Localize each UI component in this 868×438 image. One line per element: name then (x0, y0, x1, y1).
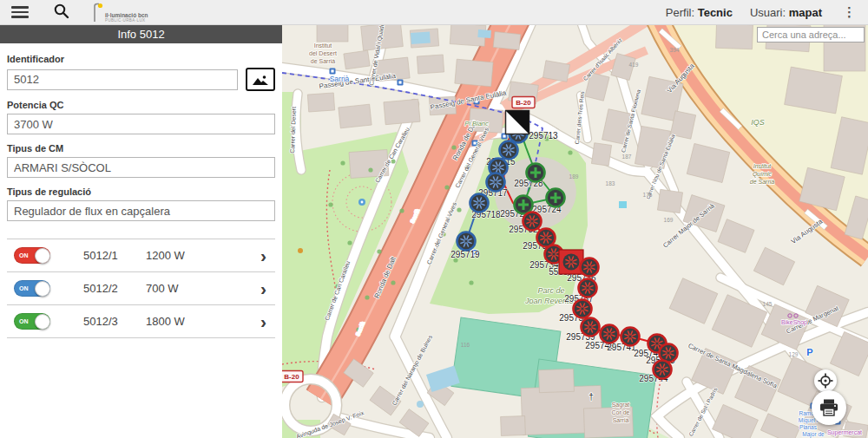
geolocate-button[interactable] (814, 369, 837, 392)
circuit-name: 5012/1 (83, 249, 146, 262)
poi-label: Planas (799, 424, 818, 430)
panel-title: Info 5012 (0, 24, 282, 43)
map-marker-295717[interactable] (487, 173, 505, 192)
poi-label: Supermercat (827, 429, 862, 436)
circuit-power: 700 W (146, 282, 179, 295)
map-marker-295724[interactable] (547, 189, 565, 207)
poi-label: BikeShop (781, 319, 807, 326)
house-number: 187 (622, 154, 632, 160)
poi-label: del Desert (309, 50, 337, 56)
map-marker-295736[interactable] (581, 258, 599, 277)
map-canvas[interactable]: Passeig de Santa EulàliaPasseig de Santa… (282, 24, 868, 438)
poi-label: Major de (802, 431, 825, 438)
map-marker-295719[interactable] (457, 232, 476, 251)
map-marker-295737[interactable] (579, 279, 597, 297)
poi-label: Sagrat (612, 402, 630, 409)
kebab-menu-icon[interactable]: ⋮ (839, 4, 859, 20)
place-label: Pl.Blanc (464, 120, 489, 127)
profile-value: Tecnic (698, 6, 733, 19)
place-label: IQS (751, 118, 765, 127)
circuit-power: 1200 W (146, 249, 185, 262)
field-label-potencia: Potencia QC (7, 100, 275, 110)
circuit-name: 5012/3 (83, 315, 146, 328)
map-marker-295739[interactable] (582, 318, 600, 337)
poi-label: Cor de (611, 409, 629, 415)
image-icon (252, 74, 269, 86)
map-marker-555843[interactable] (559, 250, 583, 274)
print-button[interactable] (812, 390, 846, 425)
svg-text:B-20: B-20 (516, 99, 531, 107)
circuit-toggle-1[interactable]: ON (14, 247, 50, 264)
map-marker-point[interactable] (500, 141, 518, 160)
top-bar: il·luminació bcn PUBLIC·URBA·LUX Perfil:… (0, 0, 868, 25)
user-value: mapat (789, 6, 822, 19)
info-panel: Info 5012 Identificador Potencia QC Tipu… (0, 24, 282, 438)
map-marker-295741[interactable] (621, 328, 640, 346)
poi-label: † (589, 391, 594, 402)
potencia-input[interactable] (7, 114, 275, 134)
place-label: Parc de (537, 286, 564, 295)
map-marker-295740[interactable] (601, 325, 619, 343)
house-number: 129 (789, 351, 799, 357)
profile-info: Perfil: Tecnic (666, 6, 733, 19)
map-container[interactable]: Passeig de Santa EulàliaPasseig de Santa… (282, 24, 868, 438)
circuit-list: ON 5012/1 1200 W › ON 5012/2 700 W › ON … (7, 239, 275, 338)
logo-line2: PUBLIC·URBA·LUX (105, 19, 148, 23)
poi-label: de Sarrià (311, 58, 336, 64)
circuit-power: 1800 W (146, 315, 185, 328)
house-number: 145 (763, 301, 773, 307)
house-number: 116 (461, 342, 470, 348)
printer-icon (819, 399, 838, 416)
field-label-identificador: Identificador (7, 54, 275, 64)
poi-label: Sarrià (613, 417, 629, 423)
circuit-name: 5012/2 (83, 282, 146, 295)
crosshair-icon (818, 373, 833, 389)
circuit-toggle-2[interactable]: ON (14, 280, 50, 297)
house-number: 169 (664, 217, 674, 223)
field-label-tipus-cm: Tipus de CM (7, 143, 275, 154)
svg-text:B-20: B-20 (284, 373, 299, 381)
house-number: 183 (606, 180, 615, 186)
map-marker-295718[interactable] (470, 194, 489, 212)
tipus-cm-input[interactable] (7, 157, 275, 178)
circuit-row-1[interactable]: ON 5012/1 1200 W › (7, 239, 275, 271)
user-info: Usuari: mapat (750, 6, 822, 19)
house-number: 175 (643, 192, 653, 198)
marker-label: 295713 (529, 131, 558, 141)
map-marker-295732[interactable] (523, 212, 542, 231)
map-marker-cm[interactable] (506, 111, 529, 134)
menu-icon[interactable] (11, 6, 29, 18)
house-number: 394 (670, 47, 680, 53)
circuit-row-3[interactable]: ON 5012/3 1800 W › (7, 304, 275, 338)
field-label-tipus-regulacio: Tipus de regulació (7, 186, 275, 197)
address-search-input[interactable] (757, 27, 865, 42)
road-shield: B-20 (512, 97, 535, 108)
map-marker-295744[interactable] (654, 361, 672, 379)
tipus-regulacio-input[interactable] (7, 200, 275, 221)
photo-button[interactable] (246, 68, 275, 91)
poi-label: Institut (753, 163, 773, 169)
circuit-toggle-3[interactable]: ON (14, 313, 50, 330)
poi-label: P (806, 347, 812, 357)
circuit-row-2[interactable]: ON 5012/2 700 W › (7, 271, 275, 304)
map-marker-295738[interactable] (574, 300, 592, 318)
road-shield: B-20 (282, 371, 303, 382)
search-icon[interactable] (53, 3, 69, 23)
map-marker-295727[interactable] (515, 196, 533, 214)
house-number: 189 (569, 173, 579, 180)
poi-label: Institut (314, 42, 332, 49)
map-marker-295728[interactable] (527, 164, 545, 182)
poi-label: Sarrià (330, 75, 350, 83)
poi-label: de Sarrià (750, 179, 775, 185)
streetlight-icon (92, 3, 103, 23)
identificador-input[interactable] (7, 69, 238, 90)
app-logo: il·luminació bcn PUBLIC·URBA·LUX (92, 2, 148, 23)
house-number: 419 (629, 62, 639, 68)
poi-label: Químic (753, 171, 773, 178)
